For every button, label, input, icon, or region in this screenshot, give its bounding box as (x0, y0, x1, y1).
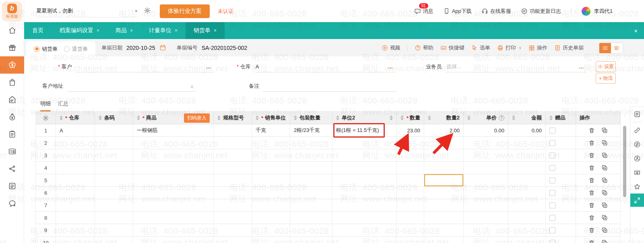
cell-spec[interactable] (214, 162, 252, 174)
cell-ops[interactable] (576, 149, 621, 162)
tab-close-icon[interactable]: × (214, 28, 217, 33)
cell-sale_unit[interactable] (252, 224, 290, 237)
copy-row-icon[interactable] (601, 227, 608, 233)
delete-row-icon[interactable] (588, 165, 595, 171)
logistics-button[interactable]: + 物流 (596, 73, 616, 84)
gift-checkbox[interactable] (549, 177, 555, 183)
cell-qty2[interactable]: 2.00 (424, 124, 464, 137)
topbar-item-refresh[interactable]: 功能更新日志 (521, 8, 561, 15)
table-settings-gear-icon[interactable] (42, 115, 49, 122)
sidebar-item-home[interactable] (0, 22, 24, 39)
sort-icon[interactable] (137, 115, 140, 120)
cell-unit2[interactable]: 根(1根 ≈ 11.5千克) (332, 124, 397, 137)
sidebar-item-bag[interactable] (0, 74, 24, 91)
cell-pack_qty[interactable] (290, 137, 332, 149)
cell-gift[interactable] (546, 149, 576, 162)
toolbar-printer-button[interactable]: 打印∨ (497, 44, 522, 51)
cell-spec[interactable] (214, 124, 252, 137)
right-tool-coupon[interactable] (630, 165, 644, 179)
tab-detail[interactable]: 明细 (40, 100, 51, 111)
cell-barcode[interactable] (95, 162, 133, 174)
cell-qty[interactable] (397, 212, 424, 224)
sort-icon[interactable] (400, 115, 404, 120)
scan-entry-button[interactable]: 扫码录入 (184, 113, 210, 123)
sort-icon[interactable] (336, 115, 339, 120)
sidebar-item-store[interactable] (0, 91, 24, 108)
cell-price[interactable]: 0.00 (464, 124, 508, 137)
copy-row-icon[interactable] (601, 239, 608, 243)
cell-qty[interactable] (397, 149, 424, 162)
cell-pack_qty[interactable] (290, 187, 332, 199)
col-header-unit2[interactable]: 单位2 (332, 112, 397, 124)
cell-unit2[interactable] (332, 224, 397, 237)
cell-pack_qty[interactable] (290, 162, 332, 174)
doc-date-value[interactable]: 2020-10-25 (126, 45, 155, 51)
toolbar-keyboard-button[interactable]: 快捷键 (440, 44, 464, 51)
radio-return-order[interactable]: 退货单 (64, 45, 88, 53)
cell-qty[interactable] (397, 237, 424, 243)
col-header-qty2[interactable]: 数量2 (424, 112, 464, 124)
delete-row-icon[interactable] (588, 152, 595, 159)
cell-price[interactable] (464, 174, 508, 187)
cell-price[interactable] (464, 237, 508, 243)
company-selector[interactable]: 夏夏测试，勿删 ▾ (35, 5, 138, 17)
page-tab-首页[interactable]: 首页 (24, 22, 52, 39)
cell-warehouse[interactable] (56, 162, 95, 174)
cell-amount[interactable] (508, 212, 546, 224)
tab-close-icon[interactable]: × (97, 28, 99, 33)
right-tool-note[interactable] (630, 107, 644, 121)
cell-qty[interactable]: 23.00 (397, 124, 424, 137)
topbar-item-phone[interactable]: App下载 (443, 8, 472, 15)
sidebar-item-idcard[interactable] (0, 143, 24, 160)
cell-barcode[interactable] (95, 174, 133, 187)
cell-product[interactable] (133, 237, 214, 243)
cell-ops[interactable] (576, 187, 621, 199)
cell-amount[interactable] (508, 137, 546, 149)
cell-qty2[interactable] (424, 149, 464, 162)
cell-qty2[interactable] (424, 237, 464, 243)
cell-sale_unit[interactable] (252, 187, 290, 199)
trial-industry-button[interactable]: 体验行业方案 (160, 4, 210, 18)
toolbar-history-button[interactable]: 历史单据 (554, 44, 584, 51)
cell-warehouse[interactable] (56, 237, 95, 243)
salesman-input[interactable]: 选择... ⋯ (446, 61, 586, 72)
cell-ops[interactable] (576, 174, 621, 187)
cell-ops[interactable] (576, 162, 621, 174)
cell-price[interactable] (464, 149, 508, 162)
cell-sale_unit[interactable] (252, 137, 290, 149)
cell-amount[interactable]: 0.00 (508, 124, 546, 137)
col-header-product[interactable]: *商品扫码录入 (133, 112, 214, 124)
cell-gift[interactable] (546, 187, 576, 199)
cell-spec[interactable] (214, 137, 252, 149)
tab-summary[interactable]: 汇总 (58, 100, 68, 111)
cell-qty2[interactable] (424, 212, 464, 224)
cell-gift[interactable] (546, 124, 576, 137)
warehouse-picker-ellipsis[interactable]: ⋯ (388, 65, 394, 71)
delete-row-icon[interactable] (588, 189, 595, 196)
radio-sales-order[interactable]: 销货单 (34, 45, 58, 53)
cell-qty2[interactable] (424, 162, 464, 174)
copy-row-icon[interactable] (601, 214, 608, 221)
cell-gift[interactable] (546, 162, 576, 174)
right-tool-star[interactable] (630, 179, 644, 194)
toolbar-help-button[interactable]: 帮助 (415, 44, 433, 51)
warehouse-input[interactable]: A ⋯ (255, 61, 396, 72)
gift-checkbox[interactable] (549, 152, 555, 159)
cell-qty2[interactable] (424, 137, 464, 149)
col-header-sale_unit[interactable]: *销售单位 (252, 112, 290, 124)
cell-price[interactable] (464, 162, 508, 174)
delete-row-icon[interactable] (588, 127, 595, 134)
org-settings-gear-icon[interactable] (144, 7, 151, 15)
app-logo[interactable]: b 标准版 (2, 2, 22, 21)
list-view-button[interactable] (599, 43, 611, 53)
cell-price[interactable] (464, 212, 508, 224)
cell-warehouse[interactable] (56, 224, 95, 237)
gift-checkbox[interactable] (549, 190, 555, 196)
cell-product[interactable] (133, 137, 214, 149)
sidebar-item-share[interactable] (0, 160, 24, 177)
customer-picker-ellipsis[interactable]: ⋯ (206, 65, 212, 71)
gift-checkbox[interactable] (549, 140, 555, 146)
cell-qty[interactable] (397, 174, 424, 187)
cell-price[interactable] (464, 187, 508, 199)
cell-qty[interactable] (397, 187, 424, 199)
